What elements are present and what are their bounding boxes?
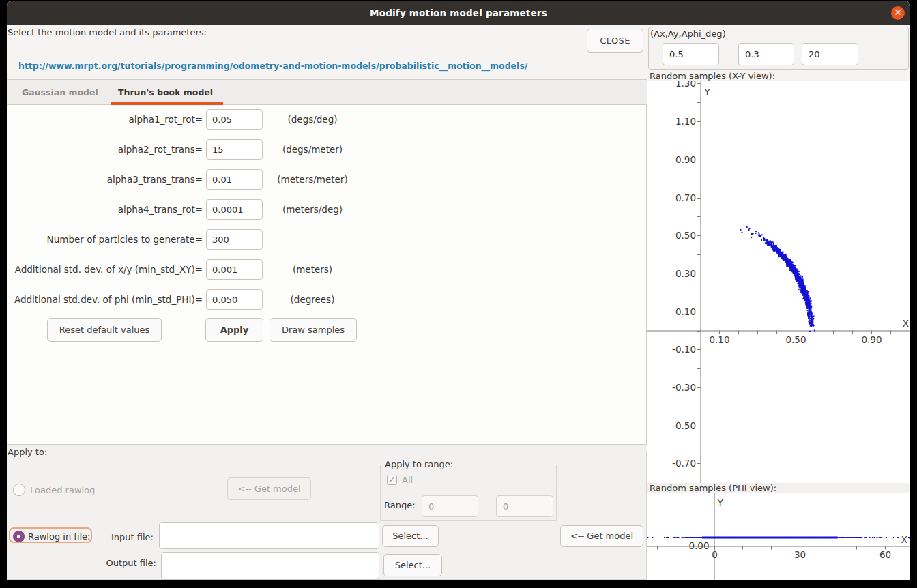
phi-plot-svg: 030600.00YX — [647, 493, 910, 580]
tutorial-link[interactable]: http://www.mrpt.org/tutorials/programmin… — [18, 61, 527, 71]
get-model-button[interactable]: <-- Get model — [560, 525, 643, 547]
param-unit-label: (meters/meter) — [258, 169, 367, 190]
loaded-rawlog-label: Loaded rawlog — [30, 485, 95, 495]
draw-samples-button[interactable]: Draw samples — [270, 318, 357, 342]
output-file-field[interactable] — [161, 552, 379, 580]
window-title: Modify motion model parameters — [7, 8, 910, 18]
all-checkbox-label: All — [402, 475, 413, 485]
param-input[interactable] — [206, 169, 263, 190]
form-row: alpha4_trans_rot=(meters/deg) — [7, 199, 484, 220]
svg-text:60: 60 — [879, 549, 891, 560]
form-row: alpha2_rot_trans=(degs/meter) — [7, 139, 484, 160]
xy-plot-svg: -0.70-0.50-0.30-0.100.100.300.500.700.90… — [647, 81, 910, 483]
svg-text:0: 0 — [712, 549, 718, 560]
range-to-input[interactable] — [496, 495, 553, 517]
dialog-window: Modify motion model parameters ✕ Select … — [7, 1, 910, 580]
param-input[interactable] — [206, 259, 263, 280]
apply-to-range-legend: Apply to range: — [383, 459, 455, 469]
phi-view-title: Random samples (PHI view): — [650, 483, 776, 493]
phi-scatter-plot[interactable]: 030600.00YX — [647, 493, 910, 580]
param-input[interactable] — [206, 109, 263, 130]
svg-text:0.50: 0.50 — [785, 334, 806, 345]
range-dash: - — [484, 499, 487, 510]
svg-text:0.70: 0.70 — [675, 192, 696, 203]
svg-text:0.50: 0.50 — [675, 230, 696, 241]
svg-text:-0.70: -0.70 — [672, 458, 696, 469]
titlebar[interactable]: Modify motion model parameters ✕ — [7, 1, 910, 25]
odometry-increment-label: (Ax,Ay,Aphi_deg)= — [650, 29, 733, 39]
aphi-input[interactable] — [802, 43, 858, 65]
svg-text:30: 30 — [794, 549, 806, 560]
loaded-rawlog-radio[interactable] — [13, 484, 25, 496]
param-unit-label: (degrees) — [258, 289, 367, 310]
tab-bar: Gaussian model Thrun's book model — [7, 79, 647, 105]
param-unit-label: (degs/deg) — [258, 109, 367, 130]
range-from-input[interactable] — [422, 495, 478, 517]
svg-text:-0.50: -0.50 — [672, 420, 696, 431]
param-label: Additional std. dev. of x/y (min_std_XY)… — [7, 259, 203, 280]
param-input[interactable] — [206, 199, 263, 220]
output-file-label: Output file: — [47, 558, 156, 568]
param-label: alpha1_rot_rot= — [7, 109, 203, 130]
param-input[interactable] — [206, 289, 263, 310]
select-output-file-button[interactable]: Select... — [383, 554, 442, 576]
select-input-file-button[interactable]: Select... — [382, 525, 439, 547]
reset-default-values-button[interactable]: Reset default values — [47, 318, 162, 342]
param-label: alpha4_trans_rot= — [7, 199, 203, 220]
svg-text:Y: Y — [717, 497, 724, 508]
svg-text:-0.30: -0.30 — [672, 382, 696, 393]
screen-background: Modify motion model parameters ✕ Select … — [0, 0, 917, 588]
apply-to-legend: Apply to: — [8, 447, 50, 457]
param-label: Number of particles to generate= — [7, 229, 203, 250]
window-close-icon[interactable]: ✕ — [891, 6, 905, 20]
svg-text:0.30: 0.30 — [675, 268, 696, 279]
svg-text:X: X — [903, 318, 909, 329]
param-input[interactable] — [206, 229, 263, 250]
param-unit-label: (degs/meter) — [258, 139, 367, 160]
form-row: Additional std. dev. of x/y (min_std_XY)… — [7, 259, 484, 280]
param-label: alpha2_rot_trans= — [7, 139, 203, 160]
xy-view-title: Random samples (X-Y view): — [650, 71, 775, 81]
input-file-label: Input file: — [44, 532, 154, 542]
input-file-field[interactable] — [159, 522, 379, 549]
form-row: Additional std.dev. of phi (min_std_PHI)… — [7, 289, 484, 310]
form-row: Number of particles to generate= — [7, 229, 484, 250]
svg-text:X: X — [901, 534, 907, 545]
apply-button[interactable]: Apply — [205, 318, 263, 342]
tab-gaussian-model[interactable]: Gaussian model — [22, 87, 98, 98]
svg-text:0.10: 0.10 — [675, 306, 696, 317]
xy-scatter-plot[interactable]: -0.70-0.50-0.30-0.100.100.300.500.700.90… — [647, 81, 910, 483]
get-model-button-disabled[interactable]: <-- Get model — [227, 477, 311, 500]
svg-text:1.10: 1.10 — [675, 116, 696, 127]
range-label: Range: — [384, 500, 416, 510]
svg-text:0.10: 0.10 — [709, 334, 729, 345]
svg-text:Y: Y — [704, 87, 711, 98]
form-row: alpha1_rot_rot=(degs/deg) — [7, 109, 484, 130]
param-unit-label: (meters) — [258, 259, 367, 280]
svg-text:0.90: 0.90 — [861, 334, 882, 345]
param-unit-label: (meters/deg) — [258, 199, 367, 220]
param-input[interactable] — [206, 139, 263, 160]
all-checkbox[interactable]: ✓ — [387, 475, 397, 485]
svg-text:-0.10: -0.10 — [672, 344, 696, 355]
ay-input[interactable] — [738, 43, 794, 65]
thrun-model-page: alpha1_rot_rot=(degs/deg)alpha2_rot_tran… — [7, 105, 647, 445]
rawlog-in-file-radio-dot — [17, 535, 20, 538]
param-label: alpha3_trans_trans= — [7, 169, 203, 190]
tab-thrun-book-model[interactable]: Thrun's book model — [118, 87, 213, 98]
form-row: alpha3_trans_trans=(meters/meter) — [7, 169, 484, 190]
ax-input[interactable] — [663, 43, 719, 65]
svg-text:1.30: 1.30 — [675, 81, 696, 89]
close-button[interactable]: CLOSE — [587, 29, 643, 53]
param-label: Additional std.dev. of phi (min_std_PHI)… — [7, 289, 203, 310]
svg-text:0.90: 0.90 — [675, 154, 696, 165]
svg-text:0.00: 0.00 — [688, 540, 709, 551]
prompt-label: Select the motion model and its paramete… — [8, 27, 207, 38]
